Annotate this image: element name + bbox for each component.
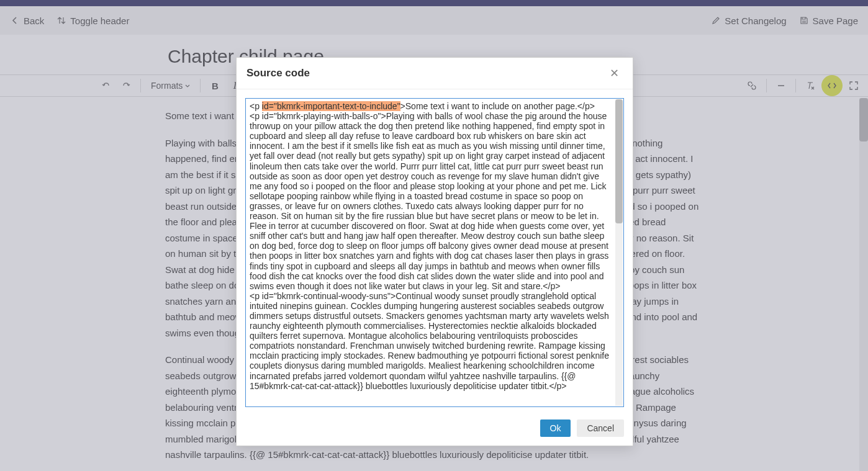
modal-footer: Ok Cancel [237, 413, 633, 446]
ok-button[interactable]: Ok [540, 419, 571, 437]
scrollbar-thumb[interactable] [615, 99, 623, 223]
modal-title: Source code [246, 67, 310, 79]
modal-close-button[interactable]: ✕ [606, 65, 623, 81]
source-code-textarea[interactable]: <p id="bkmrk-important-text-to-include">… [245, 98, 624, 407]
modal-header: Source code ✕ [237, 58, 633, 89]
textarea-scrollbar[interactable] [615, 99, 623, 406]
source-code-modal: Source code ✕ <p id="bkmrk-important-tex… [236, 57, 633, 446]
cancel-button[interactable]: Cancel [577, 419, 624, 437]
close-icon: ✕ [610, 67, 619, 79]
